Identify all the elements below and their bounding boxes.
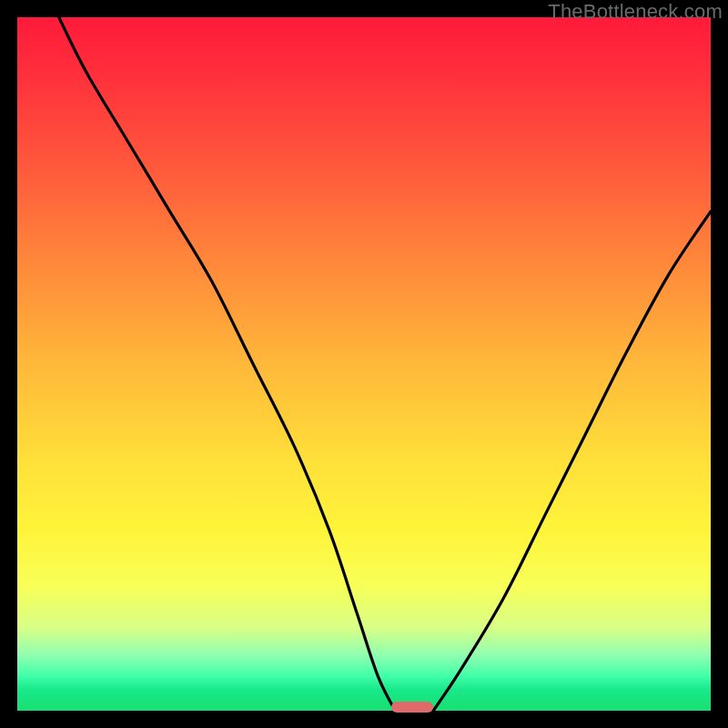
chart-plot-area [17,17,711,711]
chart-frame: TheBottleneck.com [0,0,728,728]
watermark-text: TheBottleneck.com [548,0,723,24]
optimal-marker [391,702,433,713]
curve-left [59,17,396,711]
curve-right [433,211,711,711]
bottleneck-curve [17,17,711,711]
